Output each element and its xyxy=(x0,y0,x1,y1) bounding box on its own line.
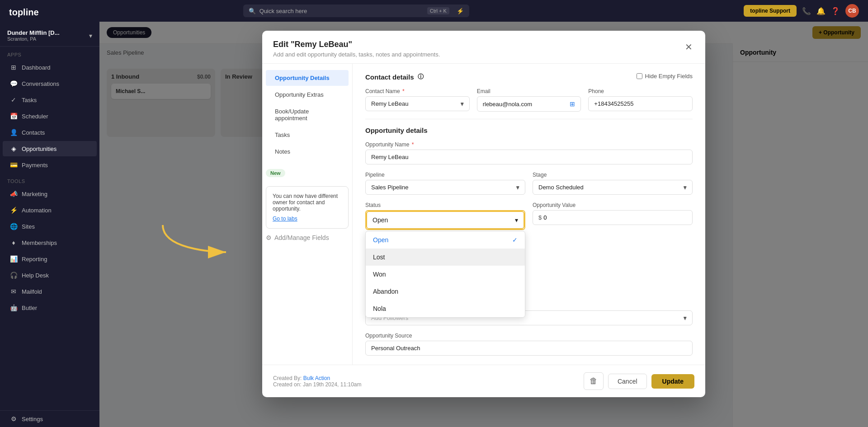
created-on: Created on: Jan 19th 2024, 11:10am xyxy=(273,381,361,388)
contacts-icon: 👤 xyxy=(10,129,17,136)
nav-item-tasks[interactable]: Tasks xyxy=(266,127,349,143)
phone-label: Phone xyxy=(588,88,693,94)
sidebar-item-conversations[interactable]: 💬 Conversations xyxy=(3,76,97,91)
sidebar-item-sites[interactable]: 🌐 Sites xyxy=(3,219,97,234)
opp-name-label: Opportunity Name * xyxy=(365,141,693,148)
sidebar-item-helpdesk[interactable]: 🎧 Help Desk xyxy=(3,267,97,283)
modal-footer: Created By: Bulk Action Created on: Jan … xyxy=(262,365,705,397)
helpdesk-icon: 🎧 xyxy=(10,272,17,279)
cancel-button[interactable]: Cancel xyxy=(608,374,647,389)
sidebar-item-scheduler[interactable]: 📅 Scheduler xyxy=(3,108,97,124)
pipeline-stage-row: Pipeline Sales Pipeline ▾ Stage Demo Sch… xyxy=(365,172,693,195)
dollar-sign: $ xyxy=(538,214,542,221)
search-icon: 🔍 xyxy=(249,8,256,14)
status-select-box[interactable]: Open ▾ xyxy=(366,211,524,229)
check-icon: ✓ xyxy=(512,236,518,244)
sidebar-item-marketing[interactable]: 📣 Marketing xyxy=(3,186,97,202)
sidebar-item-butler[interactable]: 🤖 Butler xyxy=(3,300,97,315)
go-to-labs-link[interactable]: Go to labs xyxy=(273,216,297,222)
sidebar-item-automation[interactable]: ⚡ Automation xyxy=(3,202,97,218)
lightning-icon: ⚡ xyxy=(457,8,464,14)
sidebar-item-dashboard[interactable]: ⊞ Dashboard xyxy=(3,60,97,75)
bulk-action-link[interactable]: Bulk Action xyxy=(303,375,330,381)
nav-item-book-appointment[interactable]: Book/Update appointment xyxy=(266,103,349,126)
chevron-down-icon: ▾ xyxy=(684,184,687,191)
status-option-lost[interactable]: Lost xyxy=(366,249,525,266)
automation-icon: ⚡ xyxy=(10,206,17,214)
sidebar-item-memberships[interactable]: ♦ Memberships xyxy=(3,235,97,250)
main-area: 🔍 Quick search here Ctrl + K ⚡ topline S… xyxy=(99,0,868,427)
mailfold-icon: ✉ xyxy=(10,288,17,295)
sidebar-item-contacts[interactable]: 👤 Contacts xyxy=(3,125,97,140)
modal-close-button[interactable]: ✕ xyxy=(683,40,694,54)
search-bar[interactable]: 🔍 Quick search here Ctrl + K ⚡ xyxy=(243,5,469,17)
butler-icon: 🤖 xyxy=(10,304,17,311)
opp-value-field[interactable] xyxy=(543,214,580,221)
phone-icon[interactable]: 📞 xyxy=(802,7,811,15)
sidebar-item-label: Mailfold xyxy=(22,288,42,295)
support-button[interactable]: topline Support xyxy=(744,5,797,17)
opp-value-label: Opportunity Value xyxy=(533,202,693,208)
sidebar-item-label: Memberships xyxy=(22,239,57,246)
delete-button[interactable]: 🗑 xyxy=(584,372,604,390)
help-icon[interactable]: ❓ xyxy=(831,7,840,15)
status-option-won[interactable]: Won xyxy=(366,266,525,283)
stage-select[interactable]: Demo Scheduled ▾ xyxy=(533,180,693,195)
chevron-down-icon: ▾ xyxy=(89,32,92,39)
footer-meta: Created By: Bulk Action Created on: Jan … xyxy=(273,375,361,388)
update-button[interactable]: Update xyxy=(651,374,694,389)
apps-section-label: Apps xyxy=(0,47,99,59)
status-option-nola[interactable]: Nola xyxy=(366,300,525,317)
created-by: Created By: Bulk Action xyxy=(273,375,361,381)
sidebar-item-mailfold[interactable]: ✉ Mailfold xyxy=(3,284,97,299)
opp-value-input[interactable]: $ xyxy=(533,210,693,225)
phone-input[interactable]: +18434525255 xyxy=(588,96,693,111)
footer-actions: 🗑 Cancel Update xyxy=(584,372,694,390)
status-option-abandon[interactable]: Abandon xyxy=(366,283,525,300)
notification-text: You can now have different owner for con… xyxy=(273,193,342,212)
pipeline-label: Pipeline xyxy=(365,172,525,178)
workspace-selector[interactable]: Dunder Mifflin [D... Scranton, PA ▾ xyxy=(0,25,99,47)
sidebar-item-tasks[interactable]: ✓ Tasks xyxy=(3,92,97,108)
section-divider xyxy=(365,119,693,119)
nav-item-notes[interactable]: Notes xyxy=(266,144,349,160)
pipeline-select[interactable]: Sales Pipeline ▾ xyxy=(365,180,525,195)
opp-name-group: Opportunity Name * Remy LeBeau xyxy=(365,141,693,164)
workspace-location: Scranton, PA xyxy=(7,36,60,42)
chevron-down-icon: ▾ xyxy=(461,100,464,107)
stage-group: Stage Demo Scheduled ▾ xyxy=(533,172,693,195)
contact-info-icon: ⓘ xyxy=(418,73,424,81)
opp-source-input[interactable]: Personal Outreach xyxy=(365,341,693,356)
hide-empty-checkbox[interactable] xyxy=(637,73,642,79)
reporting-icon: 📊 xyxy=(10,255,17,263)
sidebar-item-settings[interactable]: ⚙ Settings xyxy=(3,411,97,427)
modal-header: Edit "Remy LeBeau" Add and edit opportun… xyxy=(262,31,705,64)
opp-name-input[interactable]: Remy LeBeau xyxy=(365,150,693,164)
logo: topline xyxy=(0,0,99,25)
nav-item-opp-extras[interactable]: Opportunity Extras xyxy=(266,87,349,103)
dashboard-icon: ⊞ xyxy=(10,64,17,71)
sidebar-item-label: Settings xyxy=(22,416,43,422)
sites-icon: 🌐 xyxy=(10,223,17,230)
sidebar-item-label: Tasks xyxy=(22,97,37,103)
email-input[interactable]: rlebeau@nola.com ⊞ xyxy=(477,96,581,112)
email-label: Email xyxy=(477,88,581,94)
bell-icon[interactable]: 🔔 xyxy=(816,7,826,15)
avatar[interactable]: CB xyxy=(845,4,859,18)
tasks-icon: ✓ xyxy=(10,96,17,103)
sidebar-item-label: Opportunities xyxy=(22,145,57,152)
hide-empty-fields[interactable]: Hide Empty Fields xyxy=(637,73,693,80)
modal-title: Edit "Remy LeBeau" xyxy=(273,40,440,49)
settings-icon: ⚙ xyxy=(10,415,17,422)
sidebar-item-reporting[interactable]: 📊 Reporting xyxy=(3,251,97,267)
nav-item-opp-details[interactable]: Opportunity Details xyxy=(266,70,349,86)
sidebar-item-opportunities[interactable]: ◈ Opportunities xyxy=(3,141,97,156)
modal-body: Opportunity Details Opportunity Extras B… xyxy=(262,64,705,365)
status-option-open[interactable]: Open ✓ xyxy=(366,231,525,249)
add-manage-fields[interactable]: ⚙ Add/Manage Fields xyxy=(266,234,349,241)
contact-name-select[interactable]: Remy LeBeau ▾ xyxy=(365,96,470,111)
sidebar-item-payments[interactable]: 💳 Payments xyxy=(3,157,97,173)
opp-source-label: Opportunity Source xyxy=(365,333,693,339)
email-group: Email rlebeau@nola.com ⊞ xyxy=(477,88,581,112)
chevron-down-icon: ▾ xyxy=(515,216,518,224)
